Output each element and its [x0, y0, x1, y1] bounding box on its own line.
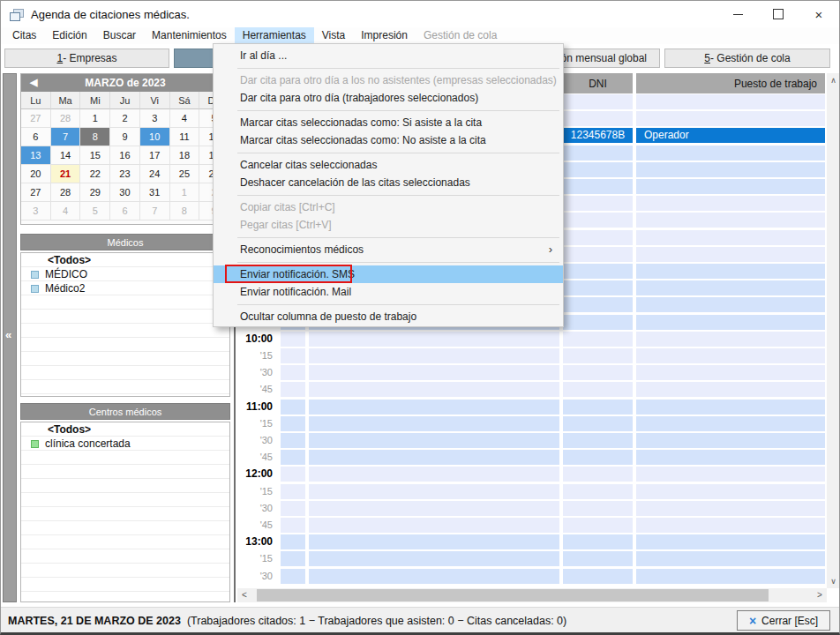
calendar-day[interactable]: 27 [21, 183, 51, 202]
slot-puesto-cell[interactable] [636, 247, 825, 262]
slot-dni-cell[interactable]: 12345678B [563, 128, 633, 143]
list-item[interactable]: <Todos> [21, 253, 229, 267]
calendar-day[interactable]: 22 [80, 165, 110, 183]
slot-puesto-cell[interactable] [636, 518, 825, 533]
slot-puesto-cell[interactable] [636, 467, 825, 482]
calendar-day[interactable]: 17 [140, 146, 170, 165]
calendar-day[interactable]: 25 [170, 165, 200, 183]
slot-puesto-cell[interactable] [636, 348, 825, 363]
slot-main-cell[interactable] [309, 348, 559, 363]
calendar-day[interactable]: 6 [110, 202, 140, 220]
menubar-item-mantenimientos[interactable]: Mantenimientos [144, 27, 235, 44]
slot-dni-cell[interactable] [563, 247, 633, 262]
slot-main-cell[interactable] [309, 433, 559, 448]
slot-main-cell[interactable] [309, 416, 559, 431]
maximize-button[interactable] [758, 1, 799, 27]
calendar-day[interactable]: 3 [140, 109, 170, 128]
close-button[interactable]: × [799, 1, 839, 27]
slot-main-cell[interactable] [309, 551, 559, 566]
scroll-up-icon[interactable]: ∧ [827, 73, 840, 87]
slot-puesto-cell[interactable] [636, 450, 825, 465]
slot-puesto-cell[interactable] [636, 280, 825, 295]
sidebar-collapse-handle[interactable]: « [3, 73, 17, 602]
slot-main-cell[interactable] [309, 450, 559, 465]
menu-item-dar-cita-para-otro-d-a-trabajadores-seleccionados[interactable]: Dar cita para otro día (trabajadores sel… [214, 89, 563, 107]
calendar-day[interactable]: 24 [140, 165, 170, 183]
calendar-day[interactable]: 28 [51, 183, 81, 202]
cerrar-button[interactable]: × Cerrar [Esc] [737, 610, 830, 631]
slot-dni-cell[interactable] [563, 382, 633, 397]
calendar-day[interactable]: 7 [51, 128, 81, 146]
scroll-left-icon[interactable]: < [237, 588, 251, 602]
slot-main-cell[interactable] [309, 382, 559, 397]
slot-main-cell[interactable] [309, 501, 559, 516]
slot-gutter-cell[interactable] [281, 382, 305, 397]
slot-gutter-cell[interactable] [281, 400, 305, 415]
slot-main-cell[interactable] [309, 400, 559, 415]
slot-dni-cell[interactable] [563, 569, 633, 584]
slot-dni-cell[interactable] [563, 94, 633, 109]
slot-dni-cell[interactable] [563, 365, 633, 380]
calendar-day[interactable]: 29 [80, 183, 110, 202]
calendar-day[interactable]: 1 [80, 109, 110, 128]
slot-gutter-cell[interactable] [281, 518, 305, 533]
tab-empresas[interactable]: 1 - Empresas [4, 49, 169, 68]
menubar-item-vista[interactable]: Vista [314, 27, 353, 44]
menubar-item-impresi-n[interactable]: Impresión [353, 27, 416, 44]
slot-puesto-cell[interactable] [636, 297, 825, 312]
slot-dni-cell[interactable] [563, 162, 633, 177]
slot-dni-cell[interactable] [563, 501, 633, 516]
calendar-day[interactable]: 13 [21, 146, 51, 165]
calendar-day[interactable]: 6 [21, 128, 51, 146]
menu-item-marcar-citas-seleccionadas-como-no-asiste-a-la-cita[interactable]: Marcar citas seleccionadas como: No asis… [214, 131, 563, 149]
slot-gutter-cell[interactable] [281, 365, 305, 380]
list-item[interactable]: MÉDICO [21, 267, 229, 281]
slot-gutter-cell[interactable] [281, 484, 305, 499]
calendar-day[interactable]: 10 [140, 128, 170, 146]
slot-puesto-cell[interactable] [636, 179, 825, 194]
slot-puesto-cell[interactable] [636, 94, 825, 109]
menu-item-reconocimientos-m-dicos[interactable]: Reconocimientos médicos› [214, 241, 563, 258]
slot-dni-cell[interactable] [563, 484, 633, 499]
slot-puesto-cell[interactable] [636, 111, 825, 126]
slot-gutter-cell[interactable] [281, 348, 305, 363]
calendar-prev-icon[interactable]: ◀ [30, 77, 37, 88]
slot-gutter-cell[interactable] [281, 501, 305, 516]
slot-puesto-cell[interactable] [636, 264, 825, 279]
calendar-day[interactable]: 3 [21, 202, 51, 220]
horizontal-scroll-thumb[interactable] [257, 589, 769, 601]
slot-dni-cell[interactable] [563, 518, 633, 533]
calendar-day[interactable]: 23 [110, 165, 140, 183]
menubar-item-citas[interactable]: Citas [4, 27, 44, 44]
list-item[interactable]: Médico2 [21, 281, 229, 295]
calendar-day[interactable]: 31 [140, 183, 170, 202]
calendar-day[interactable]: 8 [170, 202, 200, 220]
slot-puesto-cell[interactable]: Operador [636, 128, 825, 143]
calendar-day[interactable]: 9 [110, 128, 140, 146]
slot-main-cell[interactable] [309, 518, 559, 533]
calendar-day[interactable]: 1 [170, 183, 200, 202]
slot-puesto-cell[interactable] [636, 332, 825, 347]
slot-gutter-cell[interactable] [281, 450, 305, 465]
slot-gutter-cell[interactable] [281, 332, 305, 347]
menu-item-enviar-notificaci-n-mail[interactable]: Enviar notificación. Mail [214, 283, 563, 301]
slot-dni-cell[interactable] [563, 332, 633, 347]
slot-dni-cell[interactable] [563, 196, 633, 211]
calendar-day[interactable]: 4 [170, 109, 200, 128]
slot-puesto-cell[interactable] [636, 146, 825, 161]
menu-item-ir-al-d-a[interactable]: Ir al día ... [214, 47, 563, 64]
list-item[interactable]: <Todos> [21, 422, 229, 437]
slot-dni-cell[interactable] [563, 230, 633, 245]
slot-puesto-cell[interactable] [636, 484, 825, 499]
slot-main-cell[interactable] [309, 569, 559, 584]
menu-item-deshacer-cancelaci-n-de-las-citas-seleccionadas[interactable]: Deshacer cancelación de las citas selecc… [214, 174, 563, 191]
slot-puesto-cell[interactable] [636, 365, 825, 380]
menubar-item-edici-n[interactable]: Edición [44, 27, 94, 44]
slot-dni-cell[interactable] [563, 297, 633, 312]
slot-dni-cell[interactable] [563, 315, 633, 330]
slot-dni-cell[interactable] [563, 264, 633, 279]
slot-dni-cell[interactable] [563, 146, 633, 161]
slot-main-cell[interactable] [309, 332, 559, 347]
slot-dni-cell[interactable] [563, 467, 633, 482]
calendar-day[interactable]: 18 [170, 146, 200, 165]
